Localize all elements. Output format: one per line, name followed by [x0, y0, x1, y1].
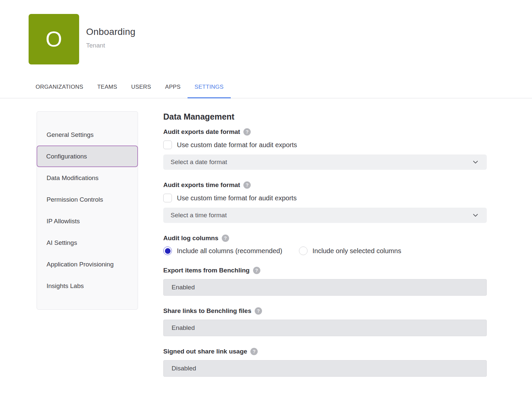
custom-date-format-checkbox-row: Use custom date format for audit exports — [163, 141, 487, 149]
tenant-avatar: O — [29, 14, 79, 64]
tab-teams[interactable]: TEAMS — [90, 77, 124, 98]
sidebar-item-general-settings[interactable]: General Settings — [37, 124, 138, 146]
sidebar-item-ai-settings[interactable]: AI Settings — [37, 232, 138, 253]
radio-label: Include all columns (recommended) — [177, 247, 282, 255]
tab-bar: ORGANIZATIONS TEAMS USERS APPS SETTINGS — [0, 76, 532, 98]
signed-out-usage-value: Disabled — [172, 365, 196, 372]
tab-users[interactable]: USERS — [124, 77, 158, 98]
tab-settings[interactable]: SETTINGS — [188, 77, 230, 98]
chevron-down-icon — [472, 212, 479, 219]
help-icon[interactable]: ? — [255, 307, 262, 315]
radio-button[interactable] — [299, 247, 308, 255]
tab-organizations[interactable]: ORGANIZATIONS — [29, 77, 90, 98]
tab-apps[interactable]: APPS — [158, 77, 188, 98]
sidebar-item-data-modifications[interactable]: Data Modifications — [37, 167, 138, 189]
share-links-value: Enabled — [172, 324, 195, 332]
page-title: Onboarding — [86, 27, 135, 37]
help-icon[interactable]: ? — [253, 267, 260, 274]
help-icon[interactable]: ? — [243, 128, 251, 136]
radio-option-include-selected-columns[interactable]: Include only selected columns — [299, 247, 401, 255]
custom-time-format-checkbox-row: Use custom time format for audit exports — [163, 194, 487, 202]
audit-date-format-label: Audit exports date format — [163, 128, 240, 136]
sidebar-item-insights-labs[interactable]: Insights Labs — [37, 275, 138, 297]
signed-out-usage-label-row: Signed out share link usage ? — [163, 348, 487, 355]
export-items-field: Enabled — [163, 279, 487, 296]
custom-time-format-checkbox[interactable] — [163, 194, 172, 202]
chevron-down-icon — [472, 159, 479, 165]
signed-out-usage-label: Signed out share link usage — [163, 348, 247, 355]
section-title: Data Management — [163, 112, 487, 122]
custom-date-format-checkbox-label: Use custom date format for audit exports — [177, 141, 297, 149]
share-links-label-row: Share links to Benchling files ? — [163, 307, 487, 315]
avatar-letter: O — [46, 29, 62, 50]
export-items-label-row: Export items from Benchling ? — [163, 266, 487, 274]
custom-time-format-checkbox-label: Use custom time format for audit exports — [177, 194, 297, 202]
signed-out-usage-field: Disabled — [163, 360, 487, 377]
audit-log-columns-label: Audit log columns — [163, 234, 218, 242]
radio-button[interactable] — [163, 247, 172, 255]
export-items-label: Export items from Benchling — [163, 266, 250, 274]
page-header: O Onboarding Tenant — [0, 0, 532, 76]
time-format-select[interactable]: Select a time format — [163, 208, 487, 223]
radio-option-include-all-columns[interactable]: Include all columns (recommended) — [163, 247, 282, 255]
data-management-panel: Data Management Audit exports date forma… — [163, 112, 487, 377]
title-block: Onboarding Tenant — [86, 27, 135, 49]
time-format-select-value: Select a time format — [171, 212, 227, 219]
custom-date-format-checkbox[interactable] — [163, 141, 172, 149]
audit-log-columns-label-row: Audit log columns ? — [163, 234, 487, 242]
sidebar-item-ip-allowlists[interactable]: IP Allowlists — [37, 210, 138, 232]
share-links-field: Enabled — [163, 320, 487, 336]
share-links-label: Share links to Benchling files — [163, 307, 251, 315]
help-icon[interactable]: ? — [243, 181, 251, 189]
audit-date-format-label-row: Audit exports date format ? — [163, 128, 487, 136]
sidebar-item-application-provisioning[interactable]: Application Provisioning — [37, 253, 138, 275]
page-subtitle: Tenant — [86, 42, 135, 49]
audit-log-columns-radio-group: Include all columns (recommended) Includ… — [163, 247, 487, 255]
date-format-select[interactable]: Select a date format — [163, 154, 487, 170]
help-icon[interactable]: ? — [222, 235, 229, 242]
help-icon[interactable]: ? — [250, 348, 258, 355]
date-format-select-value: Select a date format — [171, 158, 227, 166]
sidebar-item-configurations[interactable]: Configurations — [37, 146, 138, 167]
audit-time-format-label-row: Audit exports time format ? — [163, 181, 487, 189]
radio-label: Include only selected columns — [313, 247, 401, 255]
export-items-value: Enabled — [172, 284, 195, 291]
sidebar-item-permission-controls[interactable]: Permission Controls — [37, 189, 138, 210]
settings-sidebar: General Settings Configurations Data Mod… — [37, 111, 138, 310]
audit-time-format-label: Audit exports time format — [163, 181, 240, 189]
